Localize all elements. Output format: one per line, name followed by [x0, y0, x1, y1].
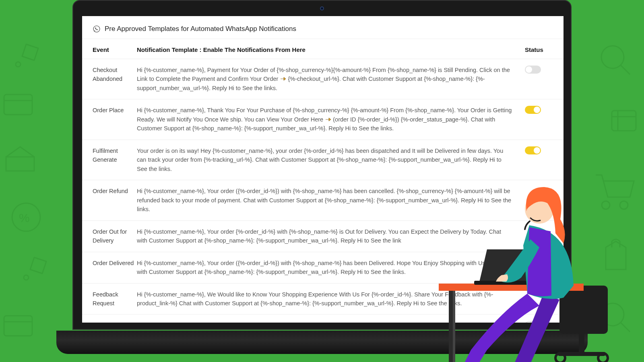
- svg-marker-7: [30, 257, 46, 274]
- template-text: Hello Admin You have a New Order on your…: [137, 321, 525, 323]
- status-toggle[interactable]: [525, 321, 541, 323]
- table-row: Order Place Notification to AdminHello A…: [82, 314, 564, 323]
- whatsapp-icon: [93, 25, 101, 33]
- status-cell: [525, 187, 553, 214]
- svg-point-17: [620, 201, 628, 209]
- status-toggle[interactable]: [525, 106, 541, 114]
- template-text: Hi {%-customer_name-%}, Your order ({%-o…: [137, 187, 525, 214]
- status-cell: [525, 146, 553, 173]
- app-screen: Pre Approved Templates for Automated Wha…: [82, 16, 564, 323]
- svg-point-16: [602, 201, 610, 209]
- templates-panel: Pre Approved Templates for Automated Wha…: [82, 16, 564, 323]
- table-row: Fulfilment GenerateYour order is on its …: [82, 140, 564, 180]
- event-name: Order Place Notification to Admin: [93, 321, 137, 323]
- column-template: Notification Template : Enable The Notif…: [137, 46, 525, 53]
- column-status: Status: [525, 46, 553, 53]
- svg-rect-2: [4, 95, 32, 115]
- svg-marker-0: [22, 44, 38, 60]
- table-row: Order RefundHi {%-customer_name-%}, Your…: [82, 180, 564, 220]
- event-name: Fulfilment Generate: [93, 146, 137, 173]
- svg-rect-13: [612, 111, 636, 131]
- table-row: Order DeliveredHi {%-customer_name-%}, Y…: [82, 252, 564, 283]
- template-text: Hi {%-customer_name-%}, Your order {%-or…: [137, 227, 525, 245]
- table-row: Order PlaceHi {%-customer_name-%}, Thank…: [82, 99, 564, 139]
- svg-rect-9: [4, 316, 32, 336]
- column-event: Event: [93, 46, 137, 53]
- svg-line-12: [621, 65, 630, 74]
- status-cell: [525, 106, 553, 133]
- template-text: Hi {%-customer_name-%}, We Would like to…: [137, 290, 525, 308]
- svg-text:%: %: [19, 211, 30, 224]
- templates-table: Event Notification Template : Enable The…: [82, 39, 564, 323]
- status-toggle[interactable]: [525, 146, 541, 154]
- event-name: Order Refund: [93, 187, 137, 214]
- status-cell: [525, 227, 553, 245]
- table-header: Event Notification Template : Enable The…: [82, 39, 564, 59]
- svg-line-19: [621, 323, 630, 332]
- laptop-bezel: Pre Approved Templates for Automated Wha…: [72, 0, 572, 330]
- svg-point-18: [601, 303, 624, 326]
- event-name: Order Delivered: [93, 259, 137, 277]
- panel-header: Pre Approved Templates for Automated Wha…: [82, 19, 564, 39]
- event-name: Checkout Abandoned: [93, 66, 137, 93]
- event-name: Order Out for Delivery: [93, 227, 137, 245]
- table-row: Checkout AbandonedHi {%-customer_name-%}…: [82, 59, 564, 99]
- status-cell: [525, 259, 553, 277]
- template-text: Hi {%-customer_name-%}, Your order ({%-o…: [137, 259, 525, 277]
- laptop-frame: Pre Approved Templates for Automated Wha…: [72, 0, 572, 354]
- svg-point-1: [16, 62, 21, 67]
- status-cell: [525, 290, 553, 308]
- template-text: Hi {%-customer_name-%}, Payment for Your…: [137, 66, 525, 93]
- status-cell: [525, 321, 553, 323]
- status-toggle[interactable]: [525, 66, 541, 74]
- panel-title: Pre Approved Templates for Automated Wha…: [105, 25, 296, 33]
- camera-icon: [320, 6, 324, 10]
- table-row: Order Out for DeliveryHi {%-customer_nam…: [82, 220, 564, 252]
- svg-point-11: [601, 46, 624, 68]
- table-row: Feedback RequestHi {%-customer_name-%}, …: [82, 283, 564, 315]
- svg-point-8: [24, 275, 29, 280]
- laptop-base: [56, 331, 588, 354]
- event-name: Feedback Request: [93, 290, 137, 308]
- status-cell: [525, 66, 553, 93]
- event-name: Order Place: [93, 106, 137, 133]
- template-text: Your order is on its way! Hey {%-custome…: [137, 146, 525, 173]
- template-text: Hi {%-customer_name-%}, Thank You For Yo…: [137, 106, 525, 133]
